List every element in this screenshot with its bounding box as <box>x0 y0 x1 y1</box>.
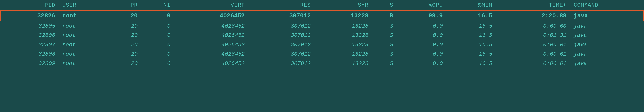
cpu-value-row-0: 0.0 <box>397 21 446 31</box>
pr-value-row-1: 20 <box>108 31 141 40</box>
s-value-row-2: S <box>372 40 397 49</box>
col-header-pr: PR <box>108 0 141 11</box>
time-value-row-3: 0:00.01 <box>496 49 570 59</box>
virt-value-row-3: 4026452 <box>174 49 248 59</box>
virt-value-row-0: 4026452 <box>174 21 248 31</box>
s-value-row-4: S <box>372 59 397 68</box>
table-row: 32806root200402645230701213228S0.016.50:… <box>0 31 644 40</box>
shr-value-highlighted: 13228 <box>314 11 372 21</box>
pid-value-highlighted: 32826 <box>0 11 59 21</box>
time-value-row-1: 0:01.31 <box>496 31 570 40</box>
user-value-highlighted: root <box>59 11 108 21</box>
pr-value-row-3: 20 <box>108 49 141 59</box>
mem-value-row-0: 16.5 <box>446 21 496 31</box>
pr-value-highlighted: 20 <box>108 11 141 21</box>
shr-value-row-4: 13228 <box>314 59 372 68</box>
col-header-virt: VIRT <box>174 0 248 11</box>
shr-value-row-3: 13228 <box>314 49 372 59</box>
pid-value-row-2: 32807 <box>0 40 59 49</box>
cpu-value-highlighted: 99.9 <box>397 11 446 21</box>
mem-value-row-4: 16.5 <box>446 59 496 68</box>
s-value-row-3: S <box>372 49 397 59</box>
col-header-ni: NI <box>141 0 174 11</box>
cpu-value-row-3: 0.0 <box>397 49 446 59</box>
ni-value-row-4: 0 <box>141 59 174 68</box>
table-row: 32807root200402645230701213228S0.016.50:… <box>0 40 644 49</box>
command-value-row-4: java <box>570 59 644 68</box>
time-value-row-0: 0:00.00 <box>496 21 570 31</box>
ni-value-row-0: 0 <box>141 21 174 31</box>
table-row: 32808root200402645230701213228S0.016.50:… <box>0 49 644 59</box>
terminal-display: PID USER PR NI VIRT RES SHR S %CPU %MEM … <box>0 0 644 112</box>
user-value-row-0: root <box>59 21 108 31</box>
mem-value-row-1: 16.5 <box>446 31 496 40</box>
res-value-row-3: 307012 <box>248 49 314 59</box>
virt-value-row-1: 4026452 <box>174 31 248 40</box>
ni-value-row-3: 0 <box>141 49 174 59</box>
res-value-row-1: 307012 <box>248 31 314 40</box>
cpu-value-row-2: 0.0 <box>397 40 446 49</box>
time-value-row-4: 0:00.01 <box>496 59 570 68</box>
highlighted-process-row: 32826 root 20 0 4026452 307012 13228 R 9… <box>0 11 644 21</box>
ni-value-highlighted: 0 <box>141 11 174 21</box>
col-header-mem: %MEM <box>446 0 496 11</box>
user-value-row-1: root <box>59 31 108 40</box>
time-value-highlighted: 2:20.88 <box>496 11 570 21</box>
user-value-row-2: root <box>59 40 108 49</box>
time-value-row-2: 0:00.01 <box>496 40 570 49</box>
table-header-row: PID USER PR NI VIRT RES SHR S %CPU %MEM … <box>0 0 644 11</box>
pr-value-row-0: 20 <box>108 21 141 31</box>
col-header-command: COMMAND <box>570 0 644 11</box>
shr-value-row-2: 13228 <box>314 40 372 49</box>
table-row: 32809root200402645230701213228S0.016.50:… <box>0 59 644 68</box>
virt-value-row-4: 4026452 <box>174 59 248 68</box>
shr-value-row-1: 13228 <box>314 31 372 40</box>
col-header-cpu: %CPU <box>397 0 446 11</box>
ni-value-row-2: 0 <box>141 40 174 49</box>
user-value-row-4: root <box>59 59 108 68</box>
col-header-user: USER <box>59 0 108 11</box>
user-value-row-3: root <box>59 49 108 59</box>
res-value-row-0: 307012 <box>248 21 314 31</box>
pid-value-row-0: 32805 <box>0 21 59 31</box>
ni-value-row-1: 0 <box>141 31 174 40</box>
mem-value-row-3: 16.5 <box>446 49 496 59</box>
mem-value-row-2: 16.5 <box>446 40 496 49</box>
s-value-highlighted: R <box>372 11 397 21</box>
command-value-highlighted: java <box>570 11 644 21</box>
col-header-s: S <box>372 0 397 11</box>
command-value-row-0: java <box>570 21 644 31</box>
pid-value-row-4: 32809 <box>0 59 59 68</box>
pid-value-row-3: 32808 <box>0 49 59 59</box>
command-value-row-1: java <box>570 31 644 40</box>
col-header-pid: PID <box>0 0 59 11</box>
command-value-row-3: java <box>570 49 644 59</box>
table-row: 32805root200402645230701213228S0.016.50:… <box>0 21 644 31</box>
col-header-time: TIME+ <box>496 0 570 11</box>
pr-value-row-2: 20 <box>108 40 141 49</box>
pid-value-row-1: 32806 <box>0 31 59 40</box>
process-table: PID USER PR NI VIRT RES SHR S %CPU %MEM … <box>0 0 644 68</box>
virt-value-row-2: 4026452 <box>174 40 248 49</box>
shr-value-row-0: 13228 <box>314 21 372 31</box>
command-value-row-2: java <box>570 40 644 49</box>
virt-value-highlighted: 4026452 <box>174 11 248 21</box>
res-value-highlighted: 307012 <box>248 11 314 21</box>
mem-value-highlighted: 16.5 <box>446 11 496 21</box>
res-value-row-2: 307012 <box>248 40 314 49</box>
res-value-row-4: 307012 <box>248 59 314 68</box>
col-header-shr: SHR <box>314 0 372 11</box>
s-value-row-0: S <box>372 21 397 31</box>
cpu-value-row-4: 0.0 <box>397 59 446 68</box>
col-header-res: RES <box>248 0 314 11</box>
pr-value-row-4: 20 <box>108 59 141 68</box>
s-value-row-1: S <box>372 31 397 40</box>
cpu-value-row-1: 0.0 <box>397 31 446 40</box>
